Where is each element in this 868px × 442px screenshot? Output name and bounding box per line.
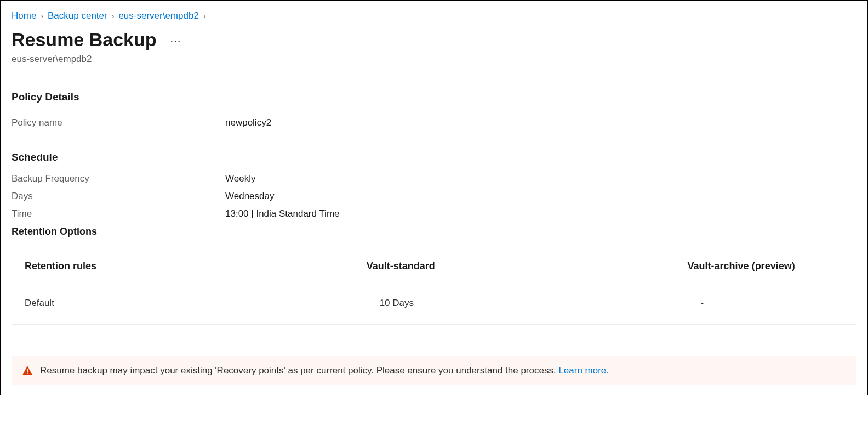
column-vault-standard: Vault-standard <box>367 251 688 282</box>
policy-name-row: Policy name newpolicy2 <box>12 117 856 128</box>
policy-name-label: Policy name <box>12 117 225 128</box>
table-header-row: Retention rules Vault-standard Vault-arc… <box>12 251 856 282</box>
time-value: 13:00 | India Standard Time <box>225 208 340 219</box>
learn-more-link[interactable]: Learn more. <box>558 365 609 376</box>
breadcrumb-home[interactable]: Home <box>12 10 36 21</box>
schedule-heading: Schedule <box>12 151 856 163</box>
column-retention-rules: Retention rules <box>12 251 367 282</box>
page-subtitle: eus-server\empdb2 <box>12 54 856 65</box>
breadcrumb-resource[interactable]: eus-server\empdb2 <box>118 10 198 21</box>
time-label: Time <box>12 208 225 219</box>
time-row: Time 13:00 | India Standard Time <box>12 208 856 219</box>
chevron-right-icon: › <box>203 12 206 20</box>
page-header: Resume Backup ⋯ <box>12 29 856 50</box>
svg-rect-1 <box>27 373 28 374</box>
days-label: Days <box>12 191 225 202</box>
column-vault-archive: Vault-archive (preview) <box>688 251 856 282</box>
cell-standard: 10 Days <box>367 282 688 325</box>
cell-rule: Default <box>12 282 367 325</box>
banner-text: Resume backup may impact your existing '… <box>40 365 609 376</box>
days-row: Days Wednesday <box>12 191 856 202</box>
policy-name-value: newpolicy2 <box>225 117 271 128</box>
days-value: Wednesday <box>225 191 274 202</box>
policy-details-heading: Policy Details <box>12 91 856 103</box>
backup-frequency-row: Backup Frequency Weekly <box>12 173 856 184</box>
chevron-right-icon: › <box>41 12 43 20</box>
breadcrumb: Home › Backup center › eus-server\empdb2… <box>12 10 856 21</box>
retention-options-heading: Retention Options <box>12 226 856 237</box>
backup-frequency-label: Backup Frequency <box>12 173 225 184</box>
warning-icon <box>22 366 32 376</box>
info-banner: Resume backup may impact your existing '… <box>12 356 856 385</box>
chevron-right-icon: › <box>112 12 115 20</box>
more-actions-button[interactable]: ⋯ <box>168 35 184 48</box>
cell-archive: - <box>688 282 856 325</box>
retention-table: Retention rules Vault-standard Vault-arc… <box>12 251 856 325</box>
backup-frequency-value: Weekly <box>225 173 255 184</box>
breadcrumb-backup-center[interactable]: Backup center <box>48 10 107 21</box>
page-title: Resume Backup <box>12 29 157 50</box>
svg-rect-0 <box>27 369 28 372</box>
table-row: Default 10 Days - <box>12 282 856 325</box>
